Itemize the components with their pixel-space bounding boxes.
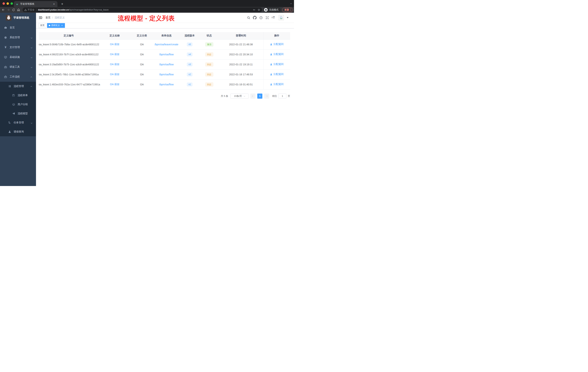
cell-deploy-time: 2022-01-16 17:46:53 [219,69,263,79]
sidebar-item-process-model[interactable]: 流程模型 [0,109,36,118]
form-link[interactable]: /bpm/oa/flow [159,53,174,56]
cell-definition-id: oa_leave:3:1fad3d93-7b75-11ec-a3c8-acde4… [39,59,99,69]
forward-icon[interactable] [6,7,11,12]
sidebar-item-process-management[interactable]: 流程管理 [0,82,36,91]
font-size-icon[interactable]: TT [272,16,275,20]
cell-definition-id: oa_leave:2:3c1f0ef1-76b1-11ec-9c66-a2380… [39,69,99,79]
table-row: oa_leave:5:004b710b-7b8a-11ec-8ef0-acde4… [39,39,290,49]
tag-home[interactable]: 首页 [39,23,46,28]
version-badge: v1 [187,83,193,86]
col-actions: 操作 [263,32,290,39]
sidebar-item-user-group[interactable]: 用户分组 [0,100,36,109]
version-badge: v3 [187,63,193,66]
cell-definition-id: oa_leave:1:482ec033-762a-11ec-8477-a2380… [39,79,99,89]
page-1-button[interactable]: 1 [257,94,262,99]
form-link[interactable]: /bpm/oa/flow [159,83,174,86]
warning-triangle-icon [24,9,27,11]
tab-close-icon[interactable]: × [52,2,56,6]
chevron-up-icon [31,85,32,88]
sidebar-item-workflow[interactable]: 工作流程 [0,72,36,82]
definition-name-link[interactable]: OA 请假 [110,73,119,76]
sidebar-item-infrastructure[interactable]: 基础设施 [0,52,36,62]
sidebar-item-task-management[interactable]: 任务管理 [0,118,36,127]
incognito-badge: 无痕模式 [263,8,281,12]
cell-category: OA [131,49,153,59]
close-window-button[interactable] [2,2,5,5]
page-size-select[interactable]: 10条/页 [230,94,249,99]
cell-category: OA [131,79,153,89]
fullscreen-icon[interactable] [265,16,269,20]
key-icon[interactable] [253,8,256,11]
page-unit-label: 页 [288,94,290,98]
cell-category: OA [131,39,153,49]
tab-strip: 芋道管理系统 × + [0,0,294,7]
user-avatar[interactable] [279,15,284,20]
sidebar-item-home[interactable]: 首页 [0,23,36,33]
version-badge: v2 [187,73,193,76]
form-link[interactable]: /bpm/oa/flow [159,73,174,76]
app-logo[interactable]: 芋道管理系统 [0,13,36,23]
url-path: /bpm/manager/definition?key=oa_leave [69,9,109,11]
sidebar-item-label: 研发工具 [10,65,20,69]
tag-process-definition[interactable]: 流程定义 × [47,23,65,28]
reload-icon[interactable] [11,7,16,12]
status-badge: 激活 [205,42,213,46]
sidebar-item-dev-tools[interactable]: 研发工具 [0,62,36,72]
definition-name-link[interactable]: OA 请假 [110,63,119,66]
breadcrumb-home[interactable]: 首页 [45,16,51,19]
home-icon[interactable] [16,7,21,12]
active-dot-icon [49,25,50,26]
assign-rule-button[interactable]: 分配规则 [270,83,284,86]
assign-rule-button[interactable]: 分配规则 [270,63,284,66]
address-bar[interactable]: 不安全 dashboard.yudao.iocoder.cn/bpm/manag… [22,8,262,12]
sidebar-item-label: 基础设施 [10,55,20,59]
hamburger-icon[interactable] [39,16,42,20]
assign-rule-button[interactable]: 分配规则 [270,53,284,56]
goto-label: 前往 [272,94,277,98]
caret-down-icon[interactable] [287,17,289,18]
page-size-value: 10条/页 [234,94,242,98]
chevron-down-icon [244,95,245,97]
assign-rule-button[interactable]: 分配规则 [270,43,284,46]
chevron-down-icon [31,36,32,39]
divider [36,9,36,11]
table-row: oa_leave:3:1fad3d93-7b75-11ec-a3c8-acde4… [39,59,290,69]
bookmark-star-icon[interactable] [257,8,260,11]
user-icon [270,73,272,76]
not-secure-warning[interactable]: 不安全 [24,8,34,11]
browser-window: 芋道管理系统 × + 不安全 dashboard.yudao.iocoder.c… [0,0,294,186]
user-icon [270,43,272,45]
minimize-window-button[interactable] [7,2,9,5]
sidebar: 芋道管理系统 首页 系统管理 ¥ 支付管理 [0,13,36,186]
maximize-window-button[interactable] [10,2,13,5]
update-button[interactable]: 更新 [282,8,293,12]
new-tab-button[interactable]: + [60,2,64,6]
github-icon[interactable] [253,16,257,20]
browser-tab[interactable]: 芋道管理系统 × [14,1,57,7]
sidebar-item-process-form[interactable]: 流程表单 [0,91,36,100]
main-area: 流程模型 - 定义列表 首页 / 流程定义 [36,13,294,186]
tag-close-icon[interactable]: × [61,24,63,27]
sidebar-item-leave-query[interactable]: 请假查询 [0,127,36,136]
sidebar-item-label: 系统管理 [10,36,20,39]
definition-name-link[interactable]: OA 请假 [110,53,119,56]
definition-name-link[interactable]: OA 请假 [110,83,119,86]
form-link[interactable]: /bpm/oa/flow [159,63,174,66]
prev-page-button[interactable] [250,94,255,99]
back-icon[interactable] [1,7,6,12]
search-icon[interactable] [247,16,250,20]
goto-page-input[interactable] [278,94,286,98]
user-icon [270,83,272,86]
sidebar-item-system[interactable]: 系统管理 [0,33,36,42]
definition-name-link[interactable]: OA 请假 [110,43,119,46]
tab-search-chevron-icon[interactable] [290,1,292,5]
yen-icon: ¥ [4,46,7,49]
sidebar-item-payment[interactable]: ¥ 支付管理 [0,42,36,52]
next-page-button[interactable] [264,94,269,99]
app-title: 芋道管理系统 [13,16,29,20]
sidebar-item-label: 支付管理 [10,46,20,49]
menu-dots-icon[interactable] [291,9,291,11]
assign-rule-button[interactable]: 分配规则 [270,73,284,76]
form-link[interactable]: /bpm/oa/leave/create [155,43,178,46]
help-icon[interactable]: ? [259,16,263,20]
